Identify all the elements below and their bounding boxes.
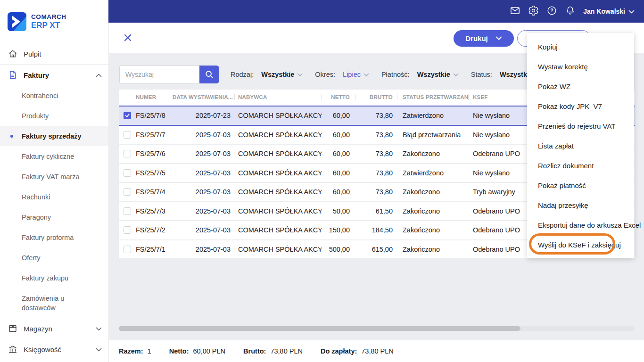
home-icon [8, 48, 19, 59]
row-checkbox[interactable] [124, 207, 131, 215]
filter-label: Płatność: [381, 71, 410, 78]
sidebar-subitem-label: Zamówienia u dostawców [22, 294, 94, 313]
sidebar-item-faktury-sprzedazy[interactable]: Faktury sprzedaży [0, 126, 108, 146]
sidebar-item-ksiegowosc[interactable]: Księgowość [0, 339, 108, 360]
sidebar-item-magazyn[interactable]: Magazyn [0, 318, 108, 339]
chevron-down-icon [628, 8, 635, 15]
cell-nabywca: COMARCH SPÓŁKA AKCYJNA [234, 188, 322, 196]
topbar-actions: ?Jan Kowalski [510, 6, 644, 16]
total-label: Do zapłaty: [321, 347, 357, 355]
cell-nabywca: COMARCH SPÓŁKA AKCYJNA [234, 150, 322, 157]
cell-nabywca: COMARCH SPÓŁKA AKCYJNA [234, 112, 322, 119]
invoice-icon [8, 69, 19, 81]
menu-item-nadaj-przesy-k-[interactable]: Nadaj przesyłkę [527, 195, 634, 215]
notifications-button[interactable] [565, 6, 575, 16]
total-dozapłaty: Do zapłaty:73,80 PLN [321, 347, 394, 355]
row-checkbox[interactable] [124, 150, 131, 157]
scrollbar-thumb[interactable] [119, 326, 520, 331]
menu-item-kopiuj[interactable]: Kopiuj [527, 37, 634, 57]
user-menu[interactable]: Jan Kowalski [583, 8, 635, 15]
sidebar-subitem-label: Rachunki [22, 192, 50, 202]
close-button[interactable] [123, 33, 133, 43]
menu-item-eksportuj-dane-do-arkusza-excel[interactable]: Eksportuj dane do arkusza Excel [527, 215, 634, 235]
menu-item-poka-wz[interactable]: Pokaż WZ [527, 76, 634, 96]
sidebar-item-faktury-proforma[interactable]: Faktury proforma [0, 227, 108, 247]
cell-brutto: 184,50 [355, 226, 397, 234]
sidebar-item-oferty[interactable]: Oferty [0, 247, 108, 268]
row-checkbox[interactable] [124, 169, 131, 177]
filter-okres[interactable]: Okres: Lipiec [315, 71, 369, 78]
menu-item-wy-lij-do-ksef-i-zaksi-guj[interactable]: Wyślij do KSeF i zaksięguj [527, 235, 634, 255]
cell-data: 2025-07-03 [173, 188, 234, 196]
sidebar-subitem-label: Produkty [22, 111, 49, 121]
filter-label: Status: [471, 71, 492, 78]
brand-product: ERP XT [31, 21, 66, 30]
brand-logo[interactable]: COMARCH ERP XT [0, 0, 108, 43]
row-checkbox[interactable] [124, 226, 131, 234]
sidebar-nav: PulpitFakturyKontrahenciProduktyFaktury … [0, 43, 108, 360]
sidebar-item-produkty[interactable]: Produkty [0, 106, 108, 126]
menu-item-przenie-do-rejestru-vat[interactable]: Przenieś do rejestru VAT [527, 116, 634, 136]
print-button[interactable]: Drukuj [454, 30, 514, 47]
sidebar-item-paragony[interactable]: Paragony [0, 207, 108, 227]
row-checkbox[interactable] [124, 112, 131, 119]
box-icon [8, 323, 19, 334]
row-checkbox[interactable] [124, 131, 131, 139]
mail-icon [510, 5, 520, 18]
filter-chevron-icon [363, 71, 369, 78]
row-checkbox-cell [119, 188, 135, 196]
close-icon [123, 33, 132, 42]
sidebar-item-faktury-cykliczne[interactable]: Faktury cykliczne [0, 146, 108, 166]
settings-button[interactable] [528, 6, 538, 16]
sidebar-item-zamowienia-u-dostawcow[interactable]: Zamówienia u dostawców [0, 288, 108, 318]
filter-płatność[interactable]: Płatność: Wszystkie [381, 71, 459, 78]
sidebar-subitem-label: Faktury zakupu [22, 273, 68, 283]
chevron-down-icon [96, 345, 102, 354]
sidebar-subitem-label: Faktury sprzedaży [22, 132, 82, 141]
sidebar-item-rachunki[interactable]: Rachunki [0, 187, 108, 207]
search-button[interactable] [199, 66, 219, 83]
menu-item-rozlicz-dokument[interactable]: Rozlicz dokument [527, 156, 634, 175]
menu-item-poka-p-atno-[interactable]: Pokaż płatność [527, 175, 634, 195]
sidebar-subitem-label: Faktury cykliczne [22, 152, 74, 161]
cell-netto: 60,00 [322, 169, 355, 177]
sidebar-item-kontrahenci[interactable]: Kontrahenci [0, 85, 108, 106]
row-checkbox[interactable] [124, 188, 131, 196]
menu-item-wystaw-korekt-[interactable]: Wystaw korektę [527, 57, 634, 76]
sidebar-item-pulpit[interactable]: Pulpit [0, 43, 108, 64]
column-header: NETTO [322, 94, 355, 100]
cell-data: 2025-07-03 [173, 207, 234, 215]
menu-item-lista-zap-at[interactable]: Lista zapłat [527, 136, 634, 156]
filter-chevron-icon [297, 71, 303, 78]
svg-text:?: ? [550, 8, 553, 13]
cell-data: 2025-07-03 [173, 169, 234, 177]
sidebar-item-faktury-zakupu[interactable]: Faktury zakupu [0, 268, 108, 288]
filter-rodzaj[interactable]: Rodzaj: Wszystkie [231, 71, 303, 78]
cell-netto: 60,00 [322, 131, 355, 139]
row-checkbox[interactable] [124, 246, 131, 253]
row-checkbox-cell [119, 131, 135, 139]
filter-value: Wszystkie [261, 71, 294, 78]
help-button[interactable]: ? [546, 6, 557, 16]
cell-numer: FS/25/7/5 [135, 169, 173, 177]
chevron-down-icon [96, 324, 102, 333]
mail-button[interactable] [510, 6, 520, 16]
notifications-icon [565, 5, 576, 18]
cell-status: Zakończono [397, 226, 468, 234]
row-checkbox-cell [119, 112, 135, 119]
total-label: Razem: [119, 347, 143, 355]
column-header: NABYWCA [234, 94, 322, 100]
horizontal-scrollbar[interactable] [119, 326, 635, 331]
cell-brutto: 73,80 [355, 188, 397, 196]
column-header: DATA WYSTAWIENIA... [173, 94, 234, 100]
row-checkbox-cell [119, 246, 135, 253]
menu-item-poka-kody-jpk-v7[interactable]: Pokaż kody JPK_V7 [527, 96, 634, 116]
search-input[interactable] [119, 66, 199, 83]
sidebar-item-faktury[interactable]: Faktury [0, 65, 108, 85]
sidebar-item-faktury-vat-marza[interactable]: Faktury VAT marża [0, 166, 108, 187]
column-header: BRUTTO [355, 94, 397, 100]
filter-chevron-icon [453, 71, 459, 78]
sidebar-item-label: Faktury [24, 71, 96, 79]
total-netto: Netto:60,00 PLN [169, 347, 225, 355]
sidebar-item-label: Pulpit [24, 50, 102, 58]
